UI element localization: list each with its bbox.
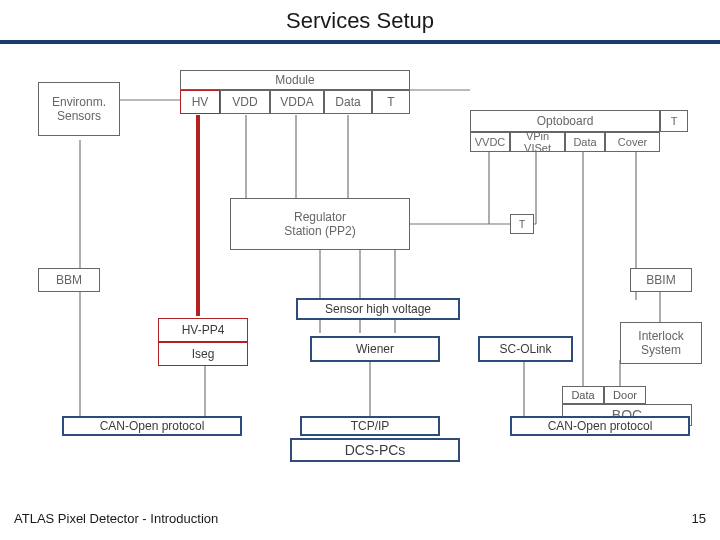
module-header: Module — [180, 70, 410, 90]
sensor-hv-label: Sensor high voltage — [296, 298, 460, 320]
can-open-right: CAN-Open protocol — [510, 416, 690, 436]
bbm: BBM — [38, 268, 100, 292]
module-data: Data — [324, 90, 372, 114]
footer-left: ATLAS Pixel Detector - Introduction — [14, 511, 218, 526]
wiener: Wiener — [310, 336, 440, 362]
boc-data: Data — [562, 386, 604, 404]
opto-cover: Cover — [605, 132, 660, 152]
optoboard-header: Optoboard — [470, 110, 660, 132]
module-vdd: VDD — [220, 90, 270, 114]
regulator-station: Regulator Station (PP2) — [230, 198, 410, 250]
iseg: Iseg — [158, 342, 248, 366]
reg-t: T — [510, 214, 534, 234]
interlock-system: Interlock System — [620, 322, 702, 364]
module-vdda: VDDA — [270, 90, 324, 114]
bbim: BBIM — [630, 268, 692, 292]
dcs-pcs: DCS-PCs — [290, 438, 460, 462]
sc-olink: SC-OLink — [478, 336, 573, 362]
boc-door: Door — [604, 386, 646, 404]
module-t: T — [372, 90, 410, 114]
environm-sensors: Environm. Sensors — [38, 82, 120, 136]
tcp-ip: TCP/IP — [300, 416, 440, 436]
hv-pp4: HV-PP4 — [158, 318, 248, 342]
opto-data: Data — [565, 132, 605, 152]
footer-right: 15 — [692, 511, 706, 526]
module-hv: HV — [180, 90, 220, 114]
opto-t: T — [660, 110, 688, 132]
opto-vpin: VPin VISet — [510, 132, 565, 152]
can-open-left: CAN-Open protocol — [62, 416, 242, 436]
opto-vvdc: VVDC — [470, 132, 510, 152]
